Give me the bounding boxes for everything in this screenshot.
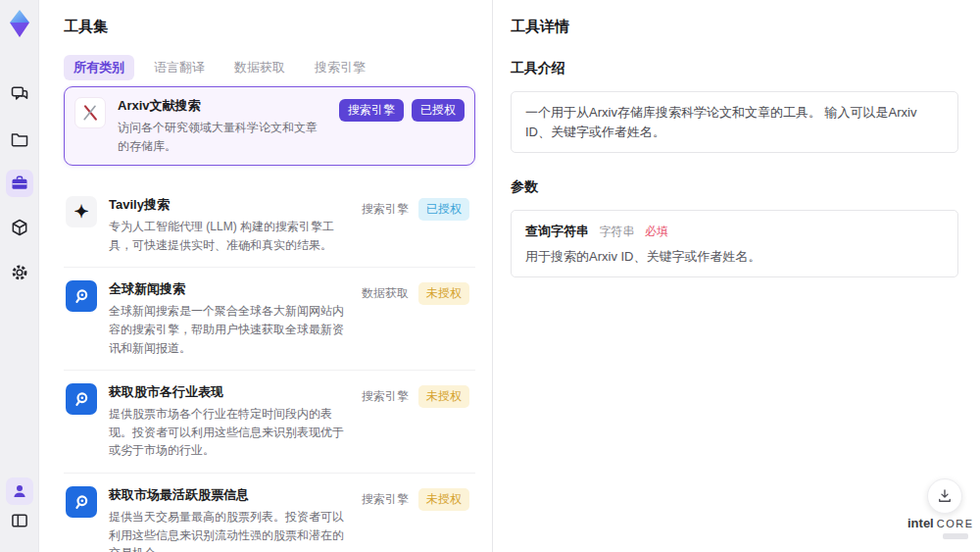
logo-diamond-icon <box>7 9 32 38</box>
tool-name: Tavily搜索 <box>109 196 344 214</box>
tab-search-engine[interactable]: 搜索引擎 <box>305 55 375 80</box>
sidebar-rail <box>0 0 39 552</box>
page-title: 工具集 <box>64 18 108 36</box>
folder-icon <box>10 129 29 149</box>
tool-name: Arxiv文献搜索 <box>118 97 323 115</box>
sidebar-item-account[interactable] <box>6 477 33 505</box>
tool-name: 全球新闻搜索 <box>109 280 344 298</box>
tool-description: 访问各个研究领域大量科学论文和文章的存储库。 <box>118 119 323 155</box>
user-icon <box>11 482 28 500</box>
news-search-app-icon <box>66 280 97 312</box>
tool-card-arxiv[interactable]: Arxiv文献搜索 访问各个研究领域大量科学论文和文章的存储库。 搜索引擎 已授… <box>64 86 475 166</box>
sidebar-item-panel-toggle[interactable] <box>6 507 33 534</box>
gear-icon <box>10 263 29 282</box>
stock-search-app-icon <box>66 383 97 415</box>
auth-status-badge: 已授权 <box>412 99 465 122</box>
auth-status-badge: 未授权 <box>418 282 469 305</box>
tab-data-fetch[interactable]: 数据获取 <box>224 55 295 80</box>
auth-status-badge: 未授权 <box>418 488 469 511</box>
auth-status-badge: 已授权 <box>418 198 469 221</box>
tool-name: 获取股市各行业表现 <box>109 383 344 401</box>
intro-box: 一个用于从Arxiv存储库搜索科学论文和文章的工具。 输入可以是Arxiv ID… <box>511 91 958 153</box>
tool-name: 获取市场最活跃股票信息 <box>109 486 344 504</box>
tool-card-global-news[interactable]: 全球新闻搜索 全球新闻搜索是一个聚合全球各大新闻网站内容的搜索引擎，帮助用户快速… <box>64 267 475 370</box>
arxiv-logo-icon <box>74 97 106 128</box>
sidebar-item-tools[interactable] <box>6 170 33 197</box>
param-description: 用于搜索的Arxiv ID、关键字或作者姓名。 <box>525 248 944 266</box>
tool-description: 全球新闻搜索是一个聚合全球各大新闻网站内容的搜索引擎，帮助用户快速获取全球最新资… <box>109 302 344 357</box>
category-label: 搜索引擎 <box>360 198 411 221</box>
cube-icon <box>10 218 29 237</box>
category-badge: 搜索引擎 <box>339 99 404 122</box>
sidebar-item-models[interactable] <box>6 214 33 241</box>
chat-icon <box>10 84 29 104</box>
details-title: 工具详情 <box>511 18 958 36</box>
intro-heading: 工具介绍 <box>511 60 958 77</box>
param-type: 字符串 <box>599 225 634 238</box>
param-box: 查询字符串 字符串 必填 用于搜索的Arxiv ID、关键字或作者姓名。 <box>511 210 958 277</box>
tool-details-panel: 工具详情 工具介绍 一个用于从Arxiv存储库搜索科学论文和文章的工具。 输入可… <box>496 0 980 552</box>
brand-core-text: core <box>937 518 974 529</box>
brand-intel-text: intel <box>907 516 934 530</box>
layout-panel-icon <box>10 511 29 530</box>
tab-language-translation[interactable]: 语言翻译 <box>144 55 215 80</box>
category-label: 搜索引擎 <box>360 385 411 408</box>
tool-description: 提供股票市场各个行业在特定时间段内的表现。投资者可以利用这些信息来识别表现优于或… <box>109 405 344 460</box>
tool-description: 提供当天交易量最高的股票列表。投资者可以利用这些信息来识别流动性强的股票和潜在的… <box>109 508 344 552</box>
category-label: 搜索引擎 <box>360 488 411 511</box>
sidebar-item-chat[interactable] <box>6 80 33 108</box>
tavily-star-icon: ✦ <box>66 196 97 227</box>
sidebar-item-settings[interactable] <box>6 259 33 286</box>
intel-core-logo: intelcore <box>907 516 972 539</box>
toolset-panel: 工具集 所有类别 语言翻译 数据获取 搜索引擎 Arxiv文献搜索 访问各个研究… <box>39 0 490 552</box>
download-button[interactable] <box>927 478 962 514</box>
panel-divider <box>492 0 493 552</box>
tool-card-sector-performance[interactable]: 获取股市各行业表现 提供股票市场各个行业在特定时间段内的表现。投资者可以利用这些… <box>64 370 475 473</box>
sidebar-item-files[interactable] <box>6 125 33 153</box>
category-tabs: 所有类别 语言翻译 数据获取 搜索引擎 <box>64 55 375 80</box>
param-name: 查询字符串 <box>525 224 589 238</box>
params-heading: 参数 <box>511 178 958 196</box>
tool-card-active-stocks[interactable]: 获取市场最活跃股票信息 提供当天交易量最高的股票列表。投资者可以利用这些信息来识… <box>64 473 475 552</box>
stock-search-app-icon <box>66 486 97 518</box>
tool-description: 专为人工智能代理 (LLM) 构建的搜索引擎工具，可快速提供实时、准确和真实的结… <box>109 218 344 254</box>
brand-subtext-decoration <box>943 533 968 539</box>
param-required-label: 必填 <box>645 225 668 238</box>
download-icon <box>936 487 954 505</box>
category-label: 数据获取 <box>360 282 411 305</box>
intro-text: 一个用于从Arxiv存储库搜索科学论文和文章的工具。 输入可以是Arxiv ID… <box>525 103 944 141</box>
app-window: 工具集 所有类别 语言翻译 数据获取 搜索引擎 Arxiv文献搜索 访问各个研究… <box>0 0 980 552</box>
tool-card-tavily[interactable]: ✦ Tavily搜索 专为人工智能代理 (LLM) 构建的搜索引擎工具，可快速提… <box>64 183 475 267</box>
toolbox-icon <box>10 174 29 193</box>
auth-status-badge: 未授权 <box>418 385 469 408</box>
tool-list: Arxiv文献搜索 访问各个研究领域大量科学论文和文章的存储库。 搜索引擎 已授… <box>64 86 475 552</box>
tab-all-categories[interactable]: 所有类别 <box>64 55 134 80</box>
app-logo <box>6 10 33 37</box>
